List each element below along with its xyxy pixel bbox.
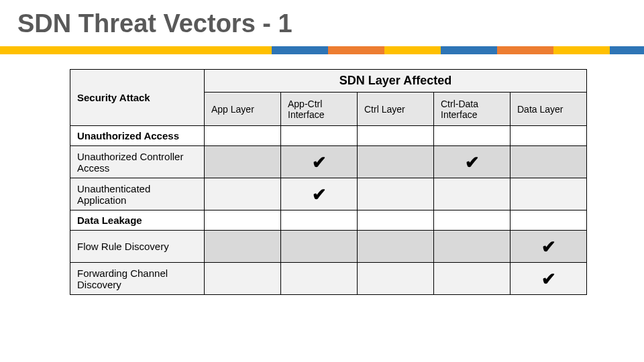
section-blank [358, 210, 434, 231]
check-icon: ✔ [541, 237, 556, 257]
threat-table: Security Attack SDN Layer Affected App L… [70, 69, 587, 295]
band-segment [272, 46, 328, 54]
table-column-header: App-Ctrl Interface [281, 93, 358, 126]
threat-cell [434, 178, 511, 210]
section-blank [434, 126, 511, 146]
threat-cell [434, 263, 511, 295]
threat-cell [358, 178, 434, 210]
section-blank [511, 210, 587, 231]
band-segment [328, 46, 384, 54]
slide-title: SDN Threat Vectors - 1 [0, 0, 644, 46]
threat-cell: ✔ [511, 263, 587, 295]
table-column-header: App Layer [205, 93, 281, 126]
section-blank [281, 126, 358, 146]
section-label: Unauthorized Access [70, 126, 205, 146]
band-segment [0, 46, 272, 54]
threat-cell [434, 231, 511, 263]
section-label: Data Leakage [70, 210, 205, 231]
table-header-attack: Security Attack [70, 70, 205, 126]
band-segment [610, 46, 644, 54]
threat-cell [358, 231, 434, 263]
section-blank [434, 210, 511, 231]
attack-label: Forwarding Channel Discovery [70, 263, 205, 295]
threat-cell [281, 231, 358, 263]
section-blank [511, 126, 587, 146]
band-segment [441, 46, 497, 54]
threat-cell: ✔ [281, 146, 358, 178]
table-column-header: Ctrl Layer [358, 93, 434, 126]
threat-cell [205, 263, 281, 295]
threat-cell [281, 263, 358, 295]
threat-cell [205, 231, 281, 263]
attack-label: Unauthenticated Application [70, 178, 205, 210]
threat-cell [205, 178, 281, 210]
threat-cell [511, 146, 587, 178]
check-icon: ✔ [312, 184, 327, 204]
section-blank [281, 210, 358, 231]
section-blank [358, 126, 434, 146]
threat-cell: ✔ [434, 146, 511, 178]
threat-cell: ✔ [281, 178, 358, 210]
band-segment [384, 46, 441, 54]
threat-cell [358, 146, 434, 178]
check-icon: ✔ [541, 269, 556, 289]
check-icon: ✔ [312, 152, 327, 172]
accent-band [0, 46, 644, 54]
section-blank [205, 210, 281, 231]
table-header-group: SDN Layer Affected [205, 70, 587, 93]
threat-cell [205, 146, 281, 178]
band-segment [553, 46, 610, 54]
check-icon: ✔ [465, 152, 480, 172]
section-blank [205, 126, 281, 146]
table-column-header: Ctrl-Data Interface [434, 93, 511, 126]
threat-cell [511, 178, 587, 210]
threat-cell [358, 263, 434, 295]
threat-cell: ✔ [511, 231, 587, 263]
band-segment [497, 46, 553, 54]
table-column-header: Data Layer [511, 93, 587, 126]
attack-label: Flow Rule Discovery [70, 231, 205, 263]
attack-label: Unauthorized Controller Access [70, 146, 205, 178]
